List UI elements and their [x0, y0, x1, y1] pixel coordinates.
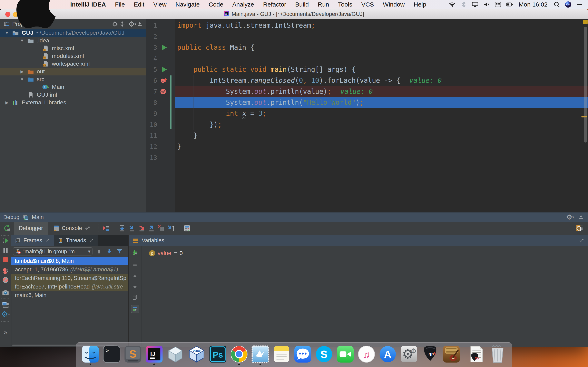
- menu-vcs[interactable]: VCS: [357, 1, 379, 8]
- pause-icon[interactable]: [2, 247, 9, 254]
- dock-app-messages[interactable]: [294, 345, 312, 363]
- step-over-button[interactable]: [117, 224, 127, 233]
- step-into-button[interactable]: [127, 224, 137, 233]
- tree-item-out[interactable]: ▶out: [0, 68, 146, 75]
- move-up-icon[interactable]: [132, 273, 138, 280]
- notes-icon[interactable]: [273, 345, 291, 363]
- evaluate-expression-button[interactable]: [182, 224, 192, 233]
- menu-view[interactable]: View: [149, 1, 171, 8]
- jump-to-icon[interactable]: [44, 238, 50, 243]
- tab-frames[interactable]: <>Frames: [11, 235, 54, 246]
- run-gutter-icon[interactable]: [161, 44, 168, 51]
- step-over-icon[interactable]: [118, 225, 126, 232]
- dock-app-guitar-pro-document[interactable]: gp: [467, 345, 485, 363]
- menu-intellij-idea[interactable]: IntelliJ IDEA: [66, 1, 111, 8]
- menu-code[interactable]: Code: [204, 1, 228, 8]
- class-search-button[interactable]: [574, 224, 584, 233]
- dock-app-terminal[interactable]: >_: [103, 345, 121, 363]
- apple-logo-icon[interactable]: [0, 0, 66, 39]
- menu-run[interactable]: Run: [313, 1, 334, 8]
- error-stripe-indicator[interactable]: [583, 20, 588, 24]
- run-gutter-icon[interactable]: [161, 66, 168, 73]
- run-to-cursor-icon[interactable]: [167, 225, 175, 232]
- force-step-into-icon[interactable]: [138, 225, 146, 232]
- add-watch-button[interactable]: [131, 249, 139, 256]
- tree-item-main[interactable]: CMain: [0, 83, 146, 91]
- combo-dropdown-arrow-icon[interactable]: ▾: [88, 249, 90, 254]
- menu-window[interactable]: Window: [378, 1, 409, 8]
- tree-item-external-libraries[interactable]: ▶External Libraries: [0, 99, 146, 106]
- dock-app-itunes[interactable]: ♫: [357, 345, 375, 363]
- hide-panel-button[interactable]: [136, 20, 143, 28]
- thread-dump-icon[interactable]: [2, 289, 9, 296]
- menu-refactor[interactable]: Refactor: [259, 1, 291, 8]
- remove-watch-icon[interactable]: [132, 262, 138, 268]
- move-down-button[interactable]: [131, 283, 139, 291]
- volume-icon[interactable]: [483, 1, 490, 8]
- mute-breakpoints-button[interactable]: [2, 276, 9, 284]
- dock-app-cube-app[interactable]: [166, 345, 184, 363]
- dock-app-notes[interactable]: [273, 345, 291, 363]
- jump-to-icon[interactable]: [577, 237, 585, 244]
- add-watch-icon[interactable]: [132, 249, 138, 256]
- show-execution-point-button[interactable]: [101, 224, 111, 233]
- tree-expanded-arrow-icon[interactable]: ▼: [17, 77, 26, 82]
- keypad-icon[interactable]: [494, 1, 502, 8]
- skype-icon[interactable]: S: [315, 345, 333, 363]
- tab-threads[interactable]: Threads: [54, 235, 98, 246]
- sublime-icon[interactable]: S: [124, 345, 142, 363]
- appstore-icon[interactable]: A: [379, 345, 397, 363]
- stack-frame-row[interactable]: accept:-1, 761960786(Main$$Lambda$1): [11, 265, 128, 274]
- battery-icon[interactable]: [506, 1, 513, 8]
- remove-watch-button[interactable]: [131, 261, 139, 269]
- thread-dump-button[interactable]: [2, 289, 9, 296]
- menu-file[interactable]: File: [111, 1, 129, 8]
- locate-icon[interactable]: [112, 21, 118, 27]
- bluetooth-icon[interactable]: [460, 1, 467, 8]
- breakpoint-verified-icon[interactable]: [160, 88, 167, 95]
- settings-button[interactable]: ⚙▾: [129, 20, 136, 28]
- drop-frame-icon[interactable]: ): [157, 225, 165, 232]
- class-search-icon[interactable]: [575, 224, 583, 233]
- siri-icon[interactable]: [565, 1, 572, 8]
- move-up-gray-button[interactable]: [95, 248, 103, 255]
- show-watches-icon[interactable]: [132, 306, 138, 312]
- tree-item-src[interactable]: ▼src: [0, 75, 146, 83]
- move-up-gray-icon[interactable]: [96, 248, 102, 254]
- settings-blue-button[interactable]: ⚙▾: [2, 310, 9, 318]
- dock-app-guitar-pro-6[interactable]: gp6: [421, 345, 439, 363]
- more-icon[interactable]: »: [2, 328, 9, 336]
- chrome-icon[interactable]: [230, 345, 248, 363]
- editor-scrollbar-thumb[interactable]: [584, 27, 587, 142]
- tree-collapsed-arrow-icon[interactable]: ▶: [2, 100, 11, 105]
- settings-icon[interactable]: ⚙▾: [567, 214, 573, 220]
- jump-to-icon[interactable]: [84, 225, 90, 231]
- dock-app-virtualbox[interactable]: VBox: [188, 345, 206, 363]
- airplay-icon[interactable]: [471, 1, 479, 8]
- step-into-icon[interactable]: [128, 225, 136, 232]
- variable-row[interactable]: p value = 0: [141, 249, 183, 258]
- evaluate-expression-icon[interactable]: [183, 225, 191, 232]
- step-out-icon[interactable]: [148, 225, 155, 232]
- itunes-icon[interactable]: ♫: [357, 345, 375, 363]
- cube-icon[interactable]: [166, 345, 184, 363]
- more-button[interactable]: »: [2, 328, 9, 336]
- facetime-icon[interactable]: [336, 345, 354, 363]
- lambda-breakpoint-icon[interactable]: λ: [160, 77, 168, 84]
- dock-app-intellij-idea[interactable]: IJ: [145, 345, 163, 363]
- messages-icon[interactable]: [294, 345, 312, 363]
- dock-app-chrome[interactable]: [230, 345, 248, 363]
- settings-blue-icon[interactable]: ⚙▾: [2, 310, 9, 318]
- menu-navigate[interactable]: Navigate: [171, 1, 204, 8]
- tree-expanded-arrow-icon[interactable]: ▼: [17, 38, 26, 43]
- rerun-icon[interactable]: [3, 224, 11, 233]
- dock-app-garageband[interactable]: [442, 345, 460, 363]
- menu-build[interactable]: Build: [291, 1, 313, 8]
- view-breakpoints-button[interactable]: [2, 267, 9, 275]
- thread-selector-combo[interactable]: "main"@1 in group "m...▾: [13, 247, 93, 256]
- menu-analyze[interactable]: Analyze: [228, 1, 259, 8]
- duplicate-icon[interactable]: [132, 294, 138, 300]
- move-up-button[interactable]: [131, 273, 139, 280]
- rerun-button[interactable]: [2, 224, 12, 233]
- show-execution-point-icon[interactable]: [102, 225, 110, 232]
